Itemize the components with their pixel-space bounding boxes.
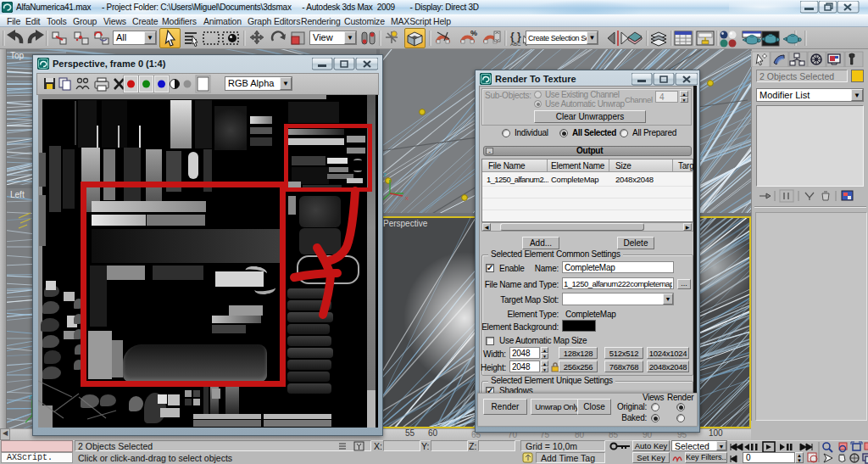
- svg-text:Perspective: Perspective: [383, 219, 428, 228]
- svg-text:x: x: [405, 194, 409, 202]
- svg-text:z: z: [383, 171, 387, 178]
